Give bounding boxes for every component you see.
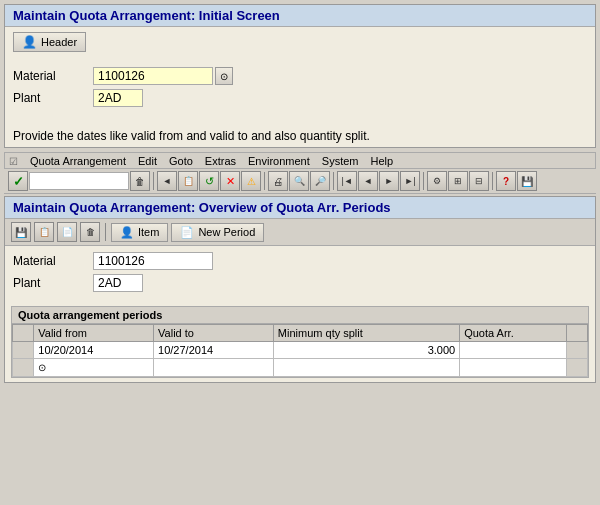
- toolbar-settings1[interactable]: ⚙: [427, 171, 447, 191]
- bottom-tb-sep1: [105, 223, 106, 241]
- quota-table-section: Quota arrangement periods Valid from Val…: [11, 306, 589, 378]
- bottom-form-area: Material Plant: [5, 246, 595, 302]
- toolbar-find[interactable]: 🔍: [289, 171, 309, 191]
- col-min-qty: Minimum qty split: [273, 325, 459, 342]
- row-scroll-cell: [566, 342, 587, 359]
- item-button[interactable]: 👤 Item: [111, 223, 168, 242]
- bottom-material-input[interactable]: [93, 252, 213, 270]
- toolbar-sep3: [333, 172, 334, 190]
- toolbar-last[interactable]: ►|: [400, 171, 420, 191]
- new-period-button-label: New Period: [198, 226, 255, 238]
- bottom-plant-row: Plant: [13, 274, 587, 292]
- toolbar-print[interactable]: 🖨: [268, 171, 288, 191]
- bottom-plant-input[interactable]: [93, 274, 143, 292]
- bottom-panel: Maintain Quota Arrangement: Overview of …: [4, 196, 596, 383]
- bottom-panel-title: Maintain Quota Arrangement: Overview of …: [5, 197, 595, 219]
- material-row: Material ⊙: [13, 67, 587, 85]
- toolbar-delete[interactable]: 🗑: [130, 171, 150, 191]
- toolbar-help[interactable]: ?: [496, 171, 516, 191]
- menu-goto[interactable]: Goto: [163, 154, 199, 168]
- toolbar-yellow-warning[interactable]: ⚠: [241, 171, 261, 191]
- bottom-toolbar: 💾 📋 📄 🗑 👤 Item 📄 New Period: [5, 219, 595, 246]
- header-button-row: 👤 Header: [5, 27, 595, 57]
- bottom-material-row: Material: [13, 252, 587, 270]
- bottom-tb-save[interactable]: 💾: [11, 222, 31, 242]
- toolbar-command-input[interactable]: [29, 172, 129, 190]
- col-valid-from: Valid from: [34, 325, 154, 342]
- bottom-tb-paste[interactable]: 📄: [57, 222, 77, 242]
- menu-checkbox-row: ☑ Quota Arrangement Edit Goto Extras Env…: [4, 152, 596, 169]
- empty-scroll: [566, 359, 587, 377]
- material-search-button[interactable]: ⊙: [215, 67, 233, 85]
- toolbar-settings2[interactable]: ⊞: [448, 171, 468, 191]
- min-qty-cell[interactable]: 3.000: [273, 342, 459, 359]
- material-label: Material: [13, 69, 93, 83]
- toolbar-sep2: [264, 172, 265, 190]
- toolbar-next[interactable]: ►: [379, 171, 399, 191]
- item-person-icon: 👤: [120, 226, 134, 239]
- col-select: [13, 325, 34, 342]
- toolbar-sep4: [423, 172, 424, 190]
- valid-to-cell[interactable]: 10/27/2014: [154, 342, 274, 359]
- bottom-tb-copy[interactable]: 📋: [34, 222, 54, 242]
- col-valid-to: Valid to: [154, 325, 274, 342]
- item-button-label: Item: [138, 226, 159, 238]
- toolbar-sep1: [153, 172, 154, 190]
- empty-min: [273, 359, 459, 377]
- menu-quota-arrangement[interactable]: Quota Arrangement: [24, 154, 132, 168]
- plant-input[interactable]: [93, 89, 143, 107]
- col-quota-arr: Quota Arr.: [460, 325, 566, 342]
- valid-from-cell[interactable]: 10/20/2014: [34, 342, 154, 359]
- toolbar-save[interactable]: 💾: [517, 171, 537, 191]
- menu-system[interactable]: System: [316, 154, 365, 168]
- menu-help[interactable]: Help: [364, 154, 399, 168]
- plant-label: Plant: [13, 91, 93, 105]
- toolbar-find-more[interactable]: 🔎: [310, 171, 330, 191]
- info-text: Provide the dates like valid from and va…: [5, 121, 595, 147]
- bottom-plant-label: Plant: [13, 276, 93, 290]
- quota-arr-cell[interactable]: [460, 342, 566, 359]
- toolbar-first[interactable]: |◄: [337, 171, 357, 191]
- row-select-cell[interactable]: [13, 342, 34, 359]
- new-period-button[interactable]: 📄 New Period: [171, 223, 264, 242]
- new-period-doc-icon: 📄: [180, 226, 194, 239]
- menu-toolbar-area: ☑ Quota Arrangement Edit Goto Extras Env…: [4, 152, 596, 194]
- empty-select: [13, 359, 34, 377]
- toolbar-prev[interactable]: ◄: [358, 171, 378, 191]
- checkbox-icon: ☑: [9, 156, 18, 167]
- bottom-material-label: Material: [13, 254, 93, 268]
- menu-edit[interactable]: Edit: [132, 154, 163, 168]
- header-button[interactable]: 👤 Header: [13, 32, 86, 52]
- material-input-group: ⊙: [93, 67, 233, 85]
- toolbar-settings3[interactable]: ⊟: [469, 171, 489, 191]
- top-form-area: Material ⊙ Plant: [5, 57, 595, 121]
- table-section-title: Quota arrangement periods: [12, 307, 588, 324]
- menu-environment[interactable]: Environment: [242, 154, 316, 168]
- toolbar-doc[interactable]: 📋: [178, 171, 198, 191]
- toolbar-refresh-green[interactable]: ↺: [199, 171, 219, 191]
- table-empty-row: ⊙: [13, 359, 588, 377]
- col-scroll: [566, 325, 587, 342]
- person-icon: 👤: [22, 35, 37, 49]
- bottom-tb-delete[interactable]: 🗑: [80, 222, 100, 242]
- menu-extras[interactable]: Extras: [199, 154, 242, 168]
- quota-table: Valid from Valid to Minimum qty split Qu…: [12, 324, 588, 377]
- toolbar: ✓ 🗑 ◄ 📋 ↺ ✕ ⚠ 🖨 🔍 🔎 |◄ ◄ ► ►| ⚙ ⊞ ⊟ ? 💾: [4, 169, 596, 194]
- empty-quota: [460, 359, 566, 377]
- table-row: 10/20/2014 10/27/2014 3.000: [13, 342, 588, 359]
- toolbar-red-x[interactable]: ✕: [220, 171, 240, 191]
- toolbar-green-check[interactable]: ✓: [8, 171, 28, 191]
- material-input[interactable]: [93, 67, 213, 85]
- plant-row: Plant: [13, 89, 587, 107]
- header-button-label: Header: [41, 36, 77, 48]
- empty-to: [154, 359, 274, 377]
- top-panel-title: Maintain Quota Arrangement: Initial Scre…: [5, 5, 595, 27]
- cell-search-icon: ⊙: [38, 362, 46, 373]
- toolbar-back[interactable]: ◄: [157, 171, 177, 191]
- toolbar-sep5: [492, 172, 493, 190]
- top-panel: Maintain Quota Arrangement: Initial Scre…: [4, 4, 596, 148]
- empty-from: ⊙: [34, 359, 154, 377]
